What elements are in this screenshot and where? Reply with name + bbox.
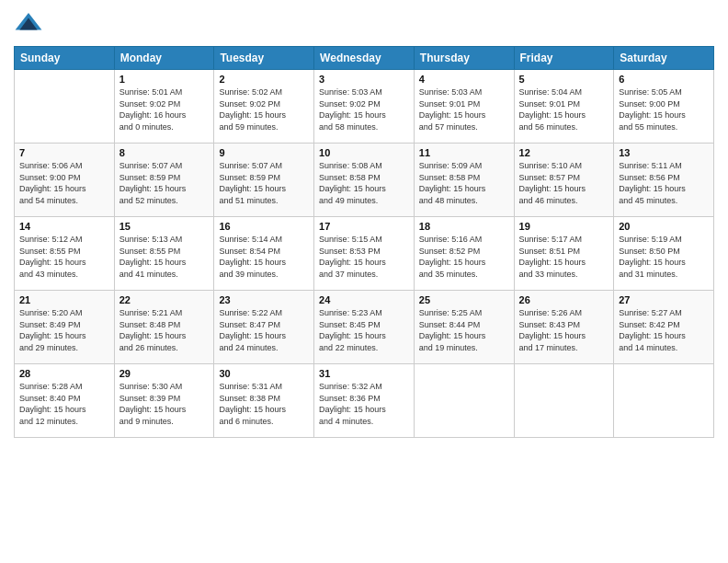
day-number: 23 xyxy=(219,294,309,305)
day-number: 18 xyxy=(419,221,509,232)
day-info: Sunrise: 5:30 AM Sunset: 8:39 PM Dayligh… xyxy=(119,381,210,427)
calendar-cell: 27Sunrise: 5:27 AM Sunset: 8:42 PM Dayli… xyxy=(614,291,714,364)
calendar-header-row: SundayMondayTuesdayWednesdayThursdayFrid… xyxy=(15,47,714,70)
day-number: 15 xyxy=(119,221,210,232)
header-tuesday: Tuesday xyxy=(214,47,314,70)
calendar-cell xyxy=(514,364,614,438)
day-info: Sunrise: 5:06 AM Sunset: 9:00 PM Dayligh… xyxy=(19,160,109,206)
day-number: 27 xyxy=(619,294,709,305)
calendar-cell: 11Sunrise: 5:09 AM Sunset: 8:58 PM Dayli… xyxy=(414,144,514,217)
calendar-cell: 23Sunrise: 5:22 AM Sunset: 8:47 PM Dayli… xyxy=(214,291,314,364)
day-info: Sunrise: 5:08 AM Sunset: 8:58 PM Dayligh… xyxy=(319,160,409,206)
day-number: 31 xyxy=(319,368,409,379)
day-number: 24 xyxy=(319,294,409,305)
day-number: 30 xyxy=(219,368,309,379)
calendar-cell: 16Sunrise: 5:14 AM Sunset: 8:54 PM Dayli… xyxy=(214,217,314,291)
day-number: 10 xyxy=(319,147,409,158)
header-thursday: Thursday xyxy=(414,47,514,70)
calendar-cell: 3Sunrise: 5:03 AM Sunset: 9:02 PM Daylig… xyxy=(314,70,415,144)
day-info: Sunrise: 5:07 AM Sunset: 8:59 PM Dayligh… xyxy=(119,160,210,206)
day-info: Sunrise: 5:22 AM Sunset: 8:47 PM Dayligh… xyxy=(219,307,309,353)
calendar-cell: 31Sunrise: 5:32 AM Sunset: 8:36 PM Dayli… xyxy=(314,364,415,438)
header-monday: Monday xyxy=(114,47,214,70)
day-info: Sunrise: 5:01 AM Sunset: 9:02 PM Dayligh… xyxy=(119,86,210,132)
day-info: Sunrise: 5:12 AM Sunset: 8:55 PM Dayligh… xyxy=(19,234,109,280)
day-number: 29 xyxy=(119,368,210,379)
day-info: Sunrise: 5:11 AM Sunset: 8:56 PM Dayligh… xyxy=(619,160,709,206)
day-number: 13 xyxy=(619,147,709,158)
header-wednesday: Wednesday xyxy=(314,47,415,70)
calendar-cell: 14Sunrise: 5:12 AM Sunset: 8:55 PM Dayli… xyxy=(15,217,115,291)
day-number: 28 xyxy=(19,368,109,379)
day-info: Sunrise: 5:21 AM Sunset: 8:48 PM Dayligh… xyxy=(119,307,210,353)
calendar-table: SundayMondayTuesdayWednesdayThursdayFrid… xyxy=(14,46,714,438)
day-info: Sunrise: 5:17 AM Sunset: 8:51 PM Dayligh… xyxy=(519,234,609,280)
calendar-cell: 5Sunrise: 5:04 AM Sunset: 9:01 PM Daylig… xyxy=(514,70,614,144)
day-number: 16 xyxy=(219,221,309,232)
calendar-cell: 28Sunrise: 5:28 AM Sunset: 8:40 PM Dayli… xyxy=(15,364,115,438)
day-info: Sunrise: 5:04 AM Sunset: 9:01 PM Dayligh… xyxy=(519,86,609,132)
day-info: Sunrise: 5:10 AM Sunset: 8:57 PM Dayligh… xyxy=(519,160,609,206)
calendar-cell: 9Sunrise: 5:07 AM Sunset: 8:59 PM Daylig… xyxy=(214,144,314,217)
calendar-cell: 6Sunrise: 5:05 AM Sunset: 9:00 PM Daylig… xyxy=(614,70,714,144)
day-info: Sunrise: 5:14 AM Sunset: 8:54 PM Dayligh… xyxy=(219,234,309,280)
day-number: 3 xyxy=(319,74,409,85)
calendar-cell xyxy=(414,364,514,438)
day-number: 26 xyxy=(519,294,609,305)
day-number: 9 xyxy=(219,147,309,158)
calendar-cell: 17Sunrise: 5:15 AM Sunset: 8:53 PM Dayli… xyxy=(314,217,415,291)
calendar-cell xyxy=(15,70,115,144)
day-number: 8 xyxy=(119,147,210,158)
day-number: 19 xyxy=(519,221,609,232)
day-info: Sunrise: 5:15 AM Sunset: 8:53 PM Dayligh… xyxy=(319,234,409,280)
calendar-week-row: 14Sunrise: 5:12 AM Sunset: 8:55 PM Dayli… xyxy=(15,217,714,291)
day-number: 14 xyxy=(19,221,109,232)
calendar-cell: 30Sunrise: 5:31 AM Sunset: 8:38 PM Dayli… xyxy=(214,364,314,438)
calendar-cell: 29Sunrise: 5:30 AM Sunset: 8:39 PM Dayli… xyxy=(114,364,214,438)
calendar-cell xyxy=(614,364,714,438)
calendar-cell: 20Sunrise: 5:19 AM Sunset: 8:50 PM Dayli… xyxy=(614,217,714,291)
calendar-cell: 4Sunrise: 5:03 AM Sunset: 9:01 PM Daylig… xyxy=(414,70,514,144)
day-number: 11 xyxy=(419,147,509,158)
calendar-cell: 19Sunrise: 5:17 AM Sunset: 8:51 PM Dayli… xyxy=(514,217,614,291)
day-info: Sunrise: 5:32 AM Sunset: 8:36 PM Dayligh… xyxy=(319,381,409,427)
calendar-page: SundayMondayTuesdayWednesdayThursdayFrid… xyxy=(0,0,728,563)
calendar-cell: 12Sunrise: 5:10 AM Sunset: 8:57 PM Dayli… xyxy=(514,144,614,217)
calendar-cell: 22Sunrise: 5:21 AM Sunset: 8:48 PM Dayli… xyxy=(114,291,214,364)
header-friday: Friday xyxy=(514,47,614,70)
day-number: 17 xyxy=(319,221,409,232)
day-number: 12 xyxy=(519,147,609,158)
day-info: Sunrise: 5:31 AM Sunset: 8:38 PM Dayligh… xyxy=(219,381,309,427)
calendar-week-row: 28Sunrise: 5:28 AM Sunset: 8:40 PM Dayli… xyxy=(15,364,714,438)
day-info: Sunrise: 5:09 AM Sunset: 8:58 PM Dayligh… xyxy=(419,160,509,206)
calendar-cell: 10Sunrise: 5:08 AM Sunset: 8:58 PM Dayli… xyxy=(314,144,415,217)
day-info: Sunrise: 5:07 AM Sunset: 8:59 PM Dayligh… xyxy=(219,160,309,206)
day-number: 4 xyxy=(419,74,509,85)
page-header xyxy=(14,9,714,39)
day-number: 22 xyxy=(119,294,210,305)
calendar-cell: 24Sunrise: 5:23 AM Sunset: 8:45 PM Dayli… xyxy=(314,291,415,364)
calendar-week-row: 7Sunrise: 5:06 AM Sunset: 9:00 PM Daylig… xyxy=(15,144,714,217)
calendar-cell: 21Sunrise: 5:20 AM Sunset: 8:49 PM Dayli… xyxy=(15,291,115,364)
calendar-week-row: 21Sunrise: 5:20 AM Sunset: 8:49 PM Dayli… xyxy=(15,291,714,364)
day-number: 21 xyxy=(19,294,109,305)
day-number: 7 xyxy=(19,147,109,158)
day-number: 5 xyxy=(519,74,609,85)
day-info: Sunrise: 5:16 AM Sunset: 8:52 PM Dayligh… xyxy=(419,234,509,280)
day-number: 6 xyxy=(619,74,709,85)
day-info: Sunrise: 5:05 AM Sunset: 9:00 PM Dayligh… xyxy=(619,86,709,132)
day-number: 25 xyxy=(419,294,509,305)
day-info: Sunrise: 5:27 AM Sunset: 8:42 PM Dayligh… xyxy=(619,307,709,353)
day-info: Sunrise: 5:26 AM Sunset: 8:43 PM Dayligh… xyxy=(519,307,609,353)
day-info: Sunrise: 5:28 AM Sunset: 8:40 PM Dayligh… xyxy=(19,381,109,427)
calendar-week-row: 1Sunrise: 5:01 AM Sunset: 9:02 PM Daylig… xyxy=(15,70,714,144)
calendar-cell: 8Sunrise: 5:07 AM Sunset: 8:59 PM Daylig… xyxy=(114,144,214,217)
logo xyxy=(14,9,47,39)
day-info: Sunrise: 5:03 AM Sunset: 9:02 PM Dayligh… xyxy=(319,86,409,132)
calendar-cell: 18Sunrise: 5:16 AM Sunset: 8:52 PM Dayli… xyxy=(414,217,514,291)
day-number: 2 xyxy=(219,74,309,85)
day-info: Sunrise: 5:03 AM Sunset: 9:01 PM Dayligh… xyxy=(419,86,509,132)
calendar-cell: 15Sunrise: 5:13 AM Sunset: 8:55 PM Dayli… xyxy=(114,217,214,291)
header-sunday: Sunday xyxy=(15,47,115,70)
calendar-cell: 1Sunrise: 5:01 AM Sunset: 9:02 PM Daylig… xyxy=(114,70,214,144)
